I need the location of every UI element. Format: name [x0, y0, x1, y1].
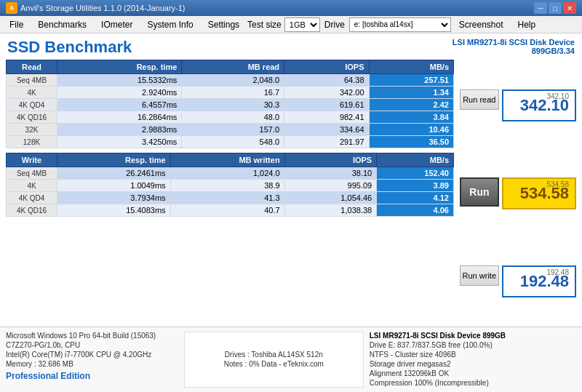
- read-table-row: 4K QD46.4557ms30.3619.612.42: [7, 99, 454, 111]
- system-info-col: Microsoft Windows 10 Pro 64-bit Build (1…: [6, 332, 178, 388]
- dev-line3: NTFS - Cluster size 4096B: [370, 351, 576, 359]
- total-score-label: 534.58: [546, 180, 569, 188]
- run-button[interactable]: Run: [460, 177, 499, 207]
- row-cell: 36.50: [369, 136, 453, 148]
- row-cell: 10.46: [369, 124, 453, 136]
- row-cell: 334.64: [284, 124, 369, 136]
- row-cell: 1,024.0: [170, 167, 284, 180]
- read-table-row: 4K QD1616.2864ms48.0982.413.84: [7, 111, 454, 124]
- run-read-button[interactable]: Run read: [460, 89, 499, 110]
- window-title: Anvil's Storage Utilities 1.1.0 (2014-Ja…: [20, 4, 534, 12]
- row-cell: 619.61: [284, 99, 369, 111]
- write-score-row: Run write 192.48 192.48: [460, 265, 576, 297]
- row-label: 4K: [7, 87, 57, 99]
- dev-line6: Alignment 132096kB OK: [370, 369, 576, 377]
- row-cell: 38.9: [170, 180, 284, 192]
- right-panel: Run read 342.10 342.10 Run 534.58 534.58…: [460, 60, 576, 327]
- read-table: Read Resp. time MB read IOPS MB/s Seq 4M…: [6, 60, 454, 148]
- row-cell: 2,048.0: [182, 74, 284, 87]
- drives-line2: Notes : 0% Data - eTeknix.com: [188, 360, 360, 368]
- row-cell: 3.7934ms: [57, 192, 171, 204]
- row-cell: 15.4083ms: [57, 204, 171, 217]
- help-button[interactable]: Help: [511, 17, 543, 32]
- test-size-select[interactable]: 1GB 4GB: [284, 17, 320, 32]
- read-header-mbs: MB/s: [369, 60, 453, 74]
- row-cell: 48.0: [182, 111, 284, 124]
- row-cell: 16.7: [182, 87, 284, 99]
- row-label: 4K: [7, 180, 57, 192]
- restore-button[interactable]: □: [549, 2, 562, 14]
- sys-line1: Microsoft Windows 10 Pro 64-bit Build (1…: [6, 332, 178, 340]
- row-cell: 4.06: [377, 204, 454, 217]
- row-label: 4K QD4: [7, 192, 57, 204]
- device-detail-col: LSI MR9271-8i SCSI Disk Device 899GB Dri…: [370, 332, 576, 388]
- row-label: Seq 4MB: [7, 167, 57, 180]
- test-size-label: Test size: [247, 20, 282, 30]
- menu-file[interactable]: File: [3, 17, 30, 32]
- row-cell: 1,054.46: [284, 192, 377, 204]
- write-table-row: 4K QD1615.4083ms40.71,038.384.06: [7, 204, 454, 217]
- read-table-row: Seq 4MB15.5332ms2,048.064.38257.51: [7, 74, 454, 87]
- row-cell: 30.3: [182, 99, 284, 111]
- menu-systeminfo[interactable]: System Info: [140, 17, 199, 32]
- row-cell: 2.42: [369, 99, 453, 111]
- row-cell: 41.3: [170, 192, 284, 204]
- row-cell: 3.4250ms: [57, 136, 182, 148]
- minimize-button[interactable]: ─: [534, 2, 547, 14]
- drives-line1: Drives : Toshiba AL14SX 512n: [188, 351, 360, 359]
- row-cell: 16.2864ms: [57, 111, 182, 124]
- write-header-resp: Resp. time: [57, 153, 171, 167]
- menu-benchmarks[interactable]: Benchmarks: [31, 17, 93, 32]
- write-table: Write Resp. time MB written IOPS MB/s Se…: [6, 153, 454, 217]
- write-score-box: 192.48 192.48: [502, 265, 576, 297]
- row-cell: 1.34: [369, 87, 453, 99]
- menu-settings[interactable]: Settings: [202, 17, 246, 32]
- screenshot-button[interactable]: Screenshot: [453, 17, 510, 32]
- dev-line1: LSI MR9271-8i SCSI Disk Device 899GB: [370, 332, 576, 340]
- row-cell: 995.09: [284, 180, 377, 192]
- drive-select[interactable]: e: [toshiba al14sx]: [349, 17, 451, 32]
- read-header-iops: IOPS: [284, 60, 369, 74]
- row-label: 128K: [7, 136, 57, 148]
- row-cell: 1.0049ms: [57, 180, 171, 192]
- row-cell: 26.2461ms: [57, 167, 171, 180]
- row-cell: 38.10: [284, 167, 377, 180]
- row-label: 32K: [7, 124, 57, 136]
- row-label: 4K QD16: [7, 111, 57, 124]
- app-header: SSD Benchmark LSI MR9271-8i SCSI Disk De…: [0, 33, 582, 60]
- row-cell: 157.0: [182, 124, 284, 136]
- read-score-row: Run read 342.10 342.10: [460, 89, 576, 121]
- row-cell: 982.41: [284, 111, 369, 124]
- row-cell: 152.40: [377, 167, 454, 180]
- bottom-info: Microsoft Windows 10 Pro 64-bit Build (1…: [0, 327, 582, 392]
- row-cell: 2.9240ms: [57, 87, 182, 99]
- row-label: Seq 4MB: [7, 74, 57, 87]
- write-header-label: Write: [7, 153, 57, 167]
- row-cell: 40.7: [170, 204, 284, 217]
- row-label: 4K QD16: [7, 204, 57, 217]
- write-header-mbs: MB/s: [377, 153, 454, 167]
- close-button[interactable]: ✕: [563, 2, 576, 14]
- pro-edition-label: Professional Edition: [6, 371, 178, 381]
- device-name: LSI MR9271-8i SCSI Disk Device: [453, 38, 575, 47]
- title-bar: A Anvil's Storage Utilities 1.1.0 (2014-…: [0, 0, 582, 16]
- run-write-button[interactable]: Run write: [460, 265, 499, 286]
- drives-info-col: Drives : Toshiba AL14SX 512n Notes : 0% …: [184, 332, 364, 388]
- read-header-resp: Resp. time: [57, 60, 182, 74]
- device-size: 899GB/3.34: [453, 47, 575, 55]
- read-table-row: 128K3.4250ms548.0291.9736.50: [7, 136, 454, 148]
- read-header-mb: MB read: [182, 60, 284, 74]
- row-cell: 1,038.38: [284, 204, 377, 217]
- row-cell: 6.4557ms: [57, 99, 182, 111]
- write-header-iops: IOPS: [284, 153, 377, 167]
- tables-area: Read Resp. time MB read IOPS MB/s Seq 4M…: [6, 60, 454, 327]
- read-score-label: 342.10: [546, 92, 569, 100]
- test-size-group: Test size 1GB 4GB: [247, 17, 320, 32]
- write-table-row: Seq 4MB26.2461ms1,024.038.10152.40: [7, 167, 454, 180]
- content-area: Read Resp. time MB read IOPS MB/s Seq 4M…: [0, 60, 582, 327]
- menu-iometer[interactable]: IOmeter: [95, 17, 139, 32]
- write-table-row: 4K QD43.7934ms41.31,054.464.12: [7, 192, 454, 204]
- row-cell: 257.51: [369, 74, 453, 87]
- sys-line2: C7Z270-PG/1.0b, CPU: [6, 341, 178, 349]
- dev-line7: Compression 100% (Incompressible): [370, 379, 576, 387]
